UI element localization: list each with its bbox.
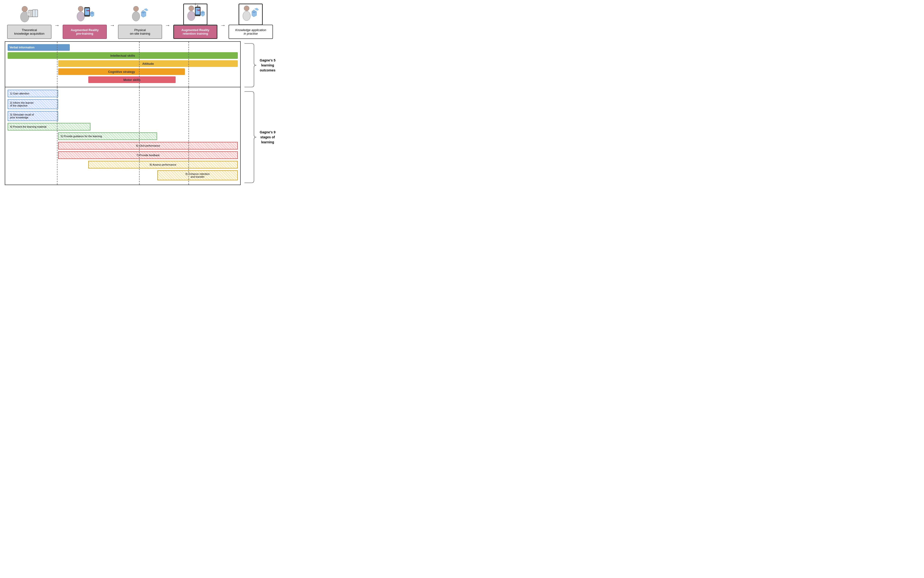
phase-4-block: Train AR ↓ Augmented Reality retention t… xyxy=(171,5,220,39)
gagne5-bracket: Gagne's 5 learning outcomes xyxy=(242,41,280,89)
phase-2-block: Train AR Augmented Reality pre-training xyxy=(60,5,109,39)
arrow-1: → xyxy=(54,15,60,28)
stage-2-bar: 2) Inform the learner of the objective xyxy=(8,99,58,109)
phase-3-icon xyxy=(129,5,151,24)
verbal-info-bar: Verbal information xyxy=(8,44,70,51)
arrow-2: → xyxy=(110,15,115,28)
phase-3-block: Physical on-site training xyxy=(115,5,164,39)
phase-5-block: Knowledge application in practise xyxy=(226,5,275,39)
gagne9-bracket: Gagne's 9 stages of learning xyxy=(242,89,280,185)
svg-text:AR: AR xyxy=(198,9,200,11)
svg-marker-35 xyxy=(254,8,259,11)
phase-5-box: Knowledge application in practise xyxy=(229,25,273,39)
stage-4-bar: 4) Present the learning material xyxy=(8,123,91,130)
svg-point-7 xyxy=(28,12,30,13)
svg-marker-20 xyxy=(141,10,146,17)
arrow-3: → xyxy=(165,15,171,28)
chart-container: Verbal information Intellectual skills A… xyxy=(5,41,241,185)
outcomes-section: Verbal information Intellectual skills A… xyxy=(5,41,241,87)
stage-1-bar: 1) Gain attention xyxy=(8,90,58,97)
svg-point-10 xyxy=(78,6,83,11)
stage-9-bar: 9) Enhance retention and transfer xyxy=(158,170,238,180)
svg-point-11 xyxy=(77,11,84,21)
svg-point-32 xyxy=(243,11,250,21)
svg-rect-13 xyxy=(85,8,89,15)
phase-4-box: Augmented Reality retention training xyxy=(173,25,218,39)
stage-6-bar: 6) Elicit performance xyxy=(58,142,238,149)
stage-5-bar: 5) Provide guidance for the learning xyxy=(58,132,157,140)
intellectual-skills-bar: Intellectual skills xyxy=(8,52,238,59)
svg-point-31 xyxy=(244,6,249,11)
stage-7-bar: 7) Provide feedback xyxy=(58,151,238,159)
stage-8-bar: 8) Assess performance xyxy=(88,161,238,169)
phase-1-box: Theoretical knowledge acquisition xyxy=(7,25,51,39)
svg-point-23 xyxy=(189,6,194,11)
svg-rect-26 xyxy=(196,8,200,15)
stage-3-bar: 3) Stimulate recall of prior knowledge xyxy=(8,111,58,121)
cognitive-strategy-bar: Cognitive strategy xyxy=(58,68,185,75)
phase-4-icon: Train AR ↓ xyxy=(183,5,208,24)
svg-point-18 xyxy=(133,6,139,11)
phase-5-icon xyxy=(239,5,263,24)
stages-section: 1) Gain attention 2) Inform the learner … xyxy=(5,87,241,185)
right-labels: Gagne's 5 learning outcomes Gagne's 9 st… xyxy=(242,41,280,185)
phase-2-icon: Train AR xyxy=(74,5,96,24)
svg-point-24 xyxy=(187,11,195,21)
phase-1-block: Theoretical knowledge acquisition xyxy=(5,5,54,39)
svg-point-19 xyxy=(132,11,140,21)
motor-skills-bar: Motor skills xyxy=(88,76,176,83)
phases-row: Theoretical knowledge acquisition → Trai… xyxy=(5,5,280,39)
svg-point-0 xyxy=(22,6,28,12)
gagne5-bracket-svg xyxy=(242,41,280,89)
gagne9-bracket-svg xyxy=(242,89,280,185)
phase-3-box: Physical on-site training xyxy=(118,25,162,39)
arrow-4: → xyxy=(221,15,226,28)
attitude-bar: Attitude xyxy=(58,60,238,67)
svg-marker-22 xyxy=(144,8,148,11)
svg-marker-33 xyxy=(252,10,257,17)
phase-1-icon xyxy=(19,5,40,24)
phase-2-box: Augmented Reality pre-training xyxy=(63,25,107,39)
svg-text:AR: AR xyxy=(87,10,89,11)
